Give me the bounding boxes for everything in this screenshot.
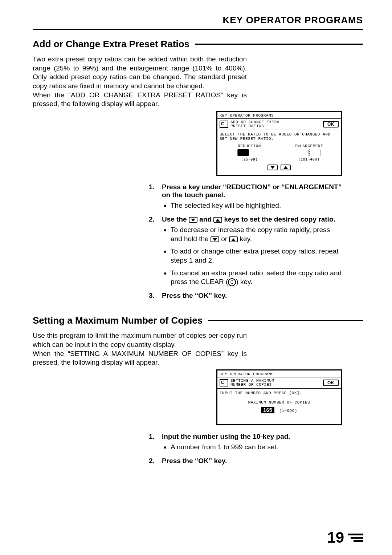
header-rule <box>33 29 363 30</box>
page-number: 19 <box>327 529 344 546</box>
title-rule <box>208 320 363 321</box>
svg-marker-3 <box>216 219 220 222</box>
step-number: 2. <box>149 215 162 223</box>
down-key-inline <box>189 217 197 223</box>
lcd-panel-ratios: KEY OPERATOR PROGRAMS ADD OR CHANGE EXTR… <box>216 111 342 176</box>
svg-marker-4 <box>213 238 217 241</box>
svg-marker-1 <box>283 166 288 169</box>
enlargement-range: (101~400) <box>280 158 337 162</box>
step-number: 2. <box>149 457 162 465</box>
lcd-subtitle: SETTING A MAXIMUM NUMBER OF COPIES <box>230 379 321 387</box>
step-heading: Press the “OK” key. <box>162 457 342 465</box>
page-end-decoration <box>348 532 363 543</box>
section2-steps: 1. Input the number using the 10-key pad… <box>149 433 342 465</box>
step-1: 1. Input the number using the 10-key pad… <box>149 433 342 452</box>
section-title-2: Setting a Maximum Number of Copies <box>33 315 363 326</box>
step-bullet: A number from 1 to 999 can be set. <box>171 443 342 452</box>
svg-marker-2 <box>191 219 195 222</box>
step-2: 2. Press the “OK” key. <box>149 457 342 465</box>
reduction-range: (25~99) <box>221 158 278 162</box>
triangle-up-icon <box>283 165 288 170</box>
step-heading: Press the “OK” key. <box>162 292 342 300</box>
up-key-inline <box>213 217 222 223</box>
section1-intro: Two extra preset copy ratios can be adde… <box>33 55 247 109</box>
reduction-slot-2[interactable] <box>250 149 261 156</box>
enlargement-slot-2[interactable] <box>309 149 321 156</box>
triangle-down-icon <box>270 165 275 170</box>
reduction-label: REDUCTION <box>221 144 278 148</box>
ok-button[interactable]: OK <box>323 380 339 386</box>
section-title-1: Add or Change Extra Preset Ratios <box>33 39 363 50</box>
enlargement-label: ENLARGEMENT <box>280 144 337 148</box>
max-copies-label: MAXIMUM NUMBER OF COPIES <box>220 400 339 405</box>
step-number: 3. <box>149 292 162 300</box>
enlargement-column: ENLARGEMENT (101~400) <box>280 144 337 162</box>
step-number: 1. <box>149 183 162 199</box>
step-heading: Press a key under “REDUCTION” or “ENLARG… <box>162 183 342 199</box>
triangle-up-icon <box>231 238 236 242</box>
title-rule <box>195 44 363 45</box>
display-icon <box>220 121 228 128</box>
ok-button[interactable]: OK <box>323 121 339 127</box>
max-copies-range: (1~999) <box>279 409 297 413</box>
page-header: KEY OPERATOR PROGRAMS <box>33 15 363 27</box>
step-3: 3. Press the “OK” key. <box>149 292 342 300</box>
step-bullet: To cancel an extra preset ratio, select … <box>171 269 342 287</box>
section2-intro: Use this program to limit the maximum nu… <box>33 331 247 367</box>
reduction-column: REDUCTION (25~99) <box>221 144 278 162</box>
section-title-text: Add or Change Extra Preset Ratios <box>33 39 189 50</box>
lcd-panel-maxcopies: KEY OPERATOR PROGRAMS SETTING A MAXIMUM … <box>216 369 342 425</box>
manual-page: KEY OPERATOR PROGRAMS Add or Change Extr… <box>0 0 392 555</box>
down-key[interactable] <box>268 165 278 170</box>
lcd-message: INPUT THE NUMBER AND PRESS [OK]. <box>217 389 341 397</box>
down-key-inline <box>211 236 219 242</box>
step-bullet: To decrease or increase the copy ratio r… <box>171 226 342 243</box>
triangle-down-icon <box>191 218 196 222</box>
reduction-slot-1[interactable] <box>237 149 249 156</box>
triangle-up-icon <box>215 218 220 222</box>
triangle-down-icon <box>212 238 217 242</box>
lcd-message: SELECT THE RATIO TO BE ADDED OR CHANGED … <box>217 130 341 142</box>
up-key[interactable] <box>281 165 291 170</box>
svg-marker-0 <box>270 166 275 169</box>
clear-key-icon: C <box>228 278 236 286</box>
step-number: 1. <box>149 433 162 441</box>
display-icon <box>220 379 228 386</box>
step-bullet: The selected key will be highlighted. <box>171 201 342 210</box>
step-bullet: To add or change other extra preset copy… <box>171 247 342 265</box>
max-copies-value: 165 <box>261 407 274 413</box>
step-2: 2. Use the and keys to set the desired c… <box>149 215 342 287</box>
lcd-title: KEY OPERATOR PROGRAMS <box>217 370 341 377</box>
step-heading: Use the and keys to set the desired copy… <box>162 215 342 223</box>
up-key-inline <box>229 236 238 242</box>
step-heading: Input the number using the 10-key pad. <box>162 433 342 441</box>
page-number-area: 19 <box>327 529 363 546</box>
lcd-subtitle: ADD OR CHANGE EXTRA PRESET RATIOS <box>230 120 321 128</box>
section1-steps: 1. Press a key under “REDUCTION” or “ENL… <box>149 183 342 300</box>
section-title-text: Setting a Maximum Number of Copies <box>33 315 203 326</box>
enlargement-slot-1[interactable] <box>297 149 309 156</box>
lcd-title: KEY OPERATOR PROGRAMS <box>217 112 341 119</box>
step-1: 1. Press a key under “REDUCTION” or “ENL… <box>149 183 342 210</box>
svg-marker-5 <box>231 238 236 241</box>
